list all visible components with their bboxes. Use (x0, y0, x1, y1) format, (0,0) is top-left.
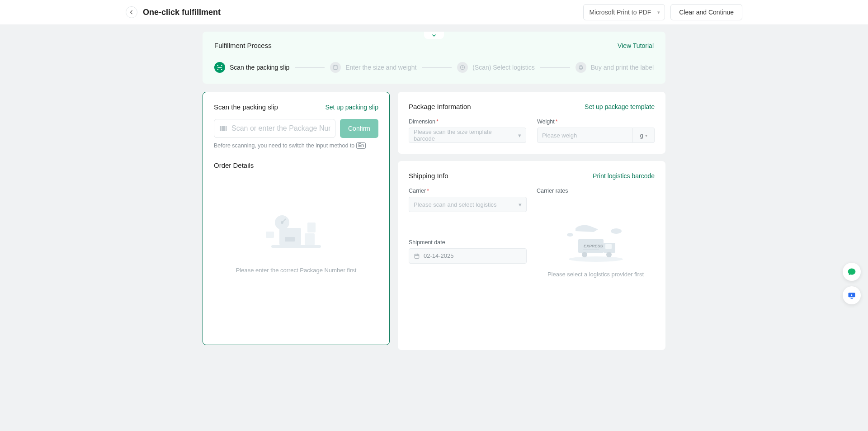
card-title: Shipping Info (409, 172, 448, 180)
order-details-title: Order Details (214, 161, 378, 169)
print-logistics-barcode-link[interactable]: Print logistics barcode (593, 172, 655, 180)
input-method-hint: Before scanning, you need to switch the … (214, 142, 378, 149)
scan-packing-slip-card: Scan the packing slip Set up packing sli… (203, 92, 390, 345)
topbar: One-click fulfillment Microsoft Print to… (0, 0, 868, 24)
express-truck-illustration: EXPRESS (562, 219, 630, 265)
package-information-card: Package Information Set up package templ… (398, 92, 665, 154)
svg-rect-10 (307, 223, 316, 232)
setup-packing-slip-link[interactable]: Set up packing slip (325, 104, 378, 111)
weight-label: Weight* (537, 118, 655, 125)
svg-point-22 (606, 252, 612, 257)
card-title: Package Information (409, 103, 471, 110)
printer-select-value: Microsoft Print to PDF (589, 9, 651, 16)
process-title: Fulfillment Process (214, 42, 272, 49)
package-number-input[interactable] (231, 124, 330, 133)
chevron-down-icon: ▾ (645, 133, 647, 138)
svg-rect-2 (579, 66, 582, 69)
chevron-down-icon (431, 33, 437, 38)
back-button[interactable] (126, 6, 137, 18)
step-connector (422, 67, 452, 68)
page-title: One-click fulfillment (143, 8, 221, 17)
shipping-info-card: Shipping Info Print logistics barcode Ca… (398, 161, 665, 350)
svg-point-14 (611, 228, 622, 234)
card-title: Scan the packing slip (214, 103, 278, 111)
step-label: Enter the size and weight (345, 64, 416, 71)
package-scale-illustration (258, 202, 335, 260)
svg-point-15 (567, 233, 573, 237)
svg-rect-4 (285, 237, 295, 242)
chevron-down-icon: ▾ (657, 9, 660, 15)
step-connector (540, 67, 570, 68)
dimension-select[interactable]: Please scan the size template barcode ▾ (409, 128, 526, 143)
carrier-rates-empty: EXPRESS Please select a logistics provid… (537, 194, 655, 282)
svg-text:EXPRESS: EXPRESS (584, 244, 603, 248)
order-details-empty: Please enter the correct Package Number … (214, 175, 378, 292)
barcode-scan-icon (214, 62, 225, 73)
svg-rect-3 (279, 228, 301, 245)
svg-point-21 (582, 252, 587, 257)
chevron-down-icon: ▾ (519, 201, 522, 208)
barcode-icon (219, 124, 228, 133)
step-label: (Scan) Select logistics (472, 64, 535, 71)
scan-input-wrapper[interactable] (214, 119, 335, 138)
confirm-button[interactable]: Confirm (340, 119, 378, 138)
arrow-left-icon (129, 9, 134, 15)
svg-rect-18 (605, 244, 612, 249)
collapse-toggle[interactable] (424, 32, 444, 39)
svg-rect-24 (851, 298, 853, 299)
svg-rect-12 (415, 254, 419, 258)
empty-text: Please enter the correct Package Number … (236, 267, 357, 274)
chat-icon (847, 267, 856, 276)
screen-share-fab[interactable] (843, 286, 861, 304)
weight-input-wrapper[interactable] (537, 128, 633, 143)
printer-icon (576, 62, 586, 73)
truck-icon (457, 62, 468, 73)
view-tutorial-link[interactable]: View Tutorial (618, 42, 654, 49)
step-label: Scan the packing slip (230, 64, 289, 71)
calendar-icon (414, 253, 420, 259)
monitor-icon (847, 291, 856, 300)
step-connector (295, 67, 325, 68)
chevron-down-icon: ▾ (518, 132, 521, 139)
steps-row: Scan the packing slip Enter the size and… (214, 62, 654, 73)
svg-rect-0 (334, 65, 337, 69)
shipment-date-input[interactable]: 02-14-2025 (409, 248, 527, 264)
carrier-label: Carrier* (409, 188, 527, 194)
en-badge: En (356, 142, 366, 149)
weight-input[interactable] (542, 132, 628, 139)
step-scan-packing-slip: Scan the packing slip (214, 62, 289, 73)
svg-rect-8 (271, 245, 321, 248)
empty-text: Please select a logistics provider first (547, 271, 644, 278)
dimension-label: Dimension* (409, 118, 526, 125)
chat-support-fab[interactable] (843, 263, 861, 281)
shipment-date-label: Shipment date (409, 239, 527, 246)
svg-rect-11 (266, 232, 274, 238)
setup-package-template-link[interactable]: Set up package template (585, 103, 655, 110)
carrier-select[interactable]: Please scan and select logistics ▾ (409, 197, 527, 212)
fulfillment-process-card: Fulfillment Process View Tutorial Scan t… (203, 32, 665, 84)
carrier-rates-label: Carrier rates (537, 188, 655, 194)
weight-unit-select[interactable]: g▾ (633, 128, 655, 143)
step-label: Buy and print the label (591, 64, 654, 71)
step-enter-size: Enter the size and weight (330, 62, 416, 73)
step-print-label: Buy and print the label (576, 62, 654, 73)
ruler-icon (330, 62, 341, 73)
carrier-placeholder: Please scan and select logistics (414, 201, 497, 208)
svg-rect-9 (305, 233, 315, 245)
shipment-date-value: 02-14-2025 (424, 252, 454, 259)
clear-continue-button[interactable]: Clear and Continue (670, 4, 742, 20)
printer-select[interactable]: Microsoft Print to PDF ▾ (583, 4, 665, 20)
dimension-placeholder: Please scan the size template barcode (414, 128, 512, 142)
svg-point-13 (569, 256, 623, 262)
step-select-logistics: (Scan) Select logistics (457, 62, 535, 73)
